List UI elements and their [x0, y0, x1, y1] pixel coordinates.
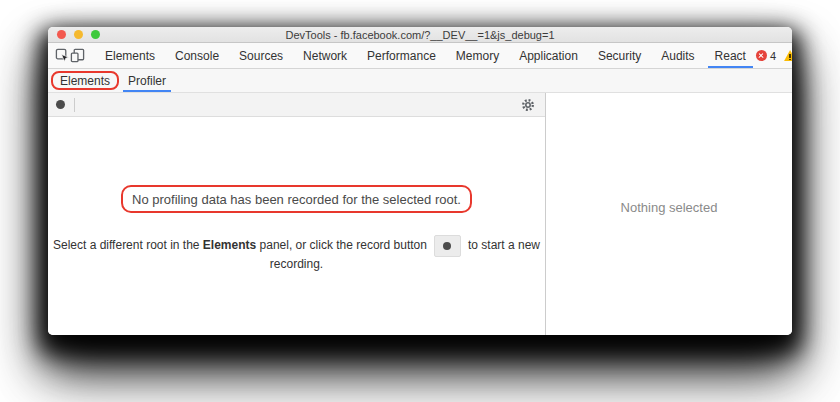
settings-button[interactable] — [519, 93, 537, 117]
tab-elements[interactable]: Elements — [95, 43, 165, 68]
inspect-cursor-icon — [55, 48, 70, 63]
titlebar: DevTools - fb.facebook.com/?__DEV__=1&js… — [48, 27, 792, 43]
tab-performance[interactable]: Performance — [357, 43, 446, 68]
profiler-toolbar — [48, 93, 545, 117]
warning-icon — [784, 50, 792, 61]
annotation-highlight-elements: Elements — [51, 71, 119, 90]
profiler-empty-state: No profiling data has been recorded for … — [48, 117, 545, 335]
devtools-tabbar: Elements Console Sources Network Perform… — [48, 43, 792, 69]
profiler-panel: No profiling data has been recorded for … — [48, 93, 545, 335]
profiler-empty-message: No profiling data has been recorded for … — [132, 192, 461, 207]
subtab-elements[interactable]: Elements — [60, 74, 110, 88]
profiler-toolbar-divider — [74, 98, 75, 112]
warning-badge[interactable]: 4 — [784, 50, 792, 62]
device-toolbar-button[interactable] — [70, 43, 85, 69]
hint-middle: panel, or click the record button — [256, 238, 427, 252]
tab-application[interactable]: Application — [509, 43, 588, 68]
error-count: 4 — [770, 50, 776, 62]
device-toolbar-icon — [70, 48, 85, 63]
tab-memory[interactable]: Memory — [446, 43, 509, 68]
react-subtabbar: Elements Profiler — [48, 69, 792, 93]
inline-record-button[interactable] — [434, 235, 461, 257]
gear-icon — [521, 98, 535, 112]
nothing-selected-label: Nothing selected — [546, 200, 792, 215]
devtools-window: DevTools - fb.facebook.com/?__DEV__=1&js… — [48, 27, 792, 335]
error-badge[interactable]: 4 — [756, 50, 776, 62]
tab-audits[interactable]: Audits — [651, 43, 704, 68]
inspect-element-button[interactable] — [55, 43, 70, 69]
hint-prefix: Select a different root in the — [53, 238, 203, 252]
profiler-hint: Select a different root in the Elements … — [48, 235, 545, 271]
hint-elements-bold: Elements — [203, 238, 256, 252]
tab-console[interactable]: Console — [165, 43, 229, 68]
annotation-highlight-message: No profiling data has been recorded for … — [121, 185, 472, 213]
inline-record-icon — [443, 242, 451, 250]
tab-network[interactable]: Network — [293, 43, 357, 68]
error-icon — [756, 50, 767, 61]
details-panel: Nothing selected — [545, 93, 792, 335]
record-button[interactable] — [56, 100, 65, 109]
tab-react[interactable]: React — [705, 43, 756, 68]
window-title: DevTools - fb.facebook.com/?__DEV__=1&js… — [48, 29, 792, 41]
react-panel-content: No profiling data has been recorded for … — [48, 93, 792, 335]
tab-sources[interactable]: Sources — [229, 43, 293, 68]
tab-security[interactable]: Security — [588, 43, 651, 68]
subtab-profiler[interactable]: Profiler — [123, 69, 171, 92]
